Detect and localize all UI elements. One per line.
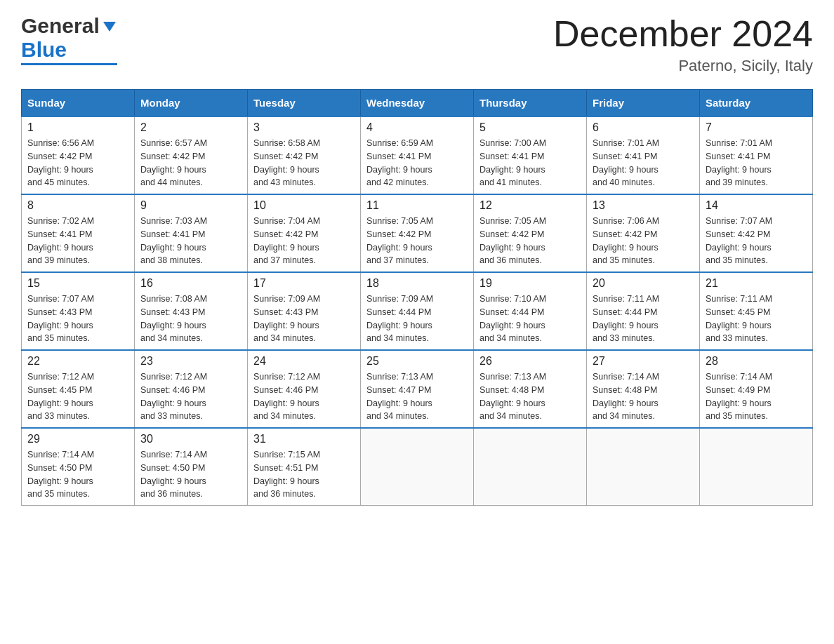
- day-info: Sunrise: 7:14 AMSunset: 4:48 PMDaylight:…: [593, 370, 694, 423]
- calendar-cell: 22Sunrise: 7:12 AMSunset: 4:45 PMDayligh…: [22, 350, 135, 428]
- day-info: Sunrise: 7:11 AMSunset: 4:45 PMDaylight:…: [706, 293, 807, 345]
- day-info: Sunrise: 7:04 AMSunset: 4:42 PMDaylight:…: [253, 215, 355, 267]
- day-info: Sunrise: 7:08 AMSunset: 4:43 PMDaylight:…: [140, 293, 241, 345]
- day-number: 28: [706, 355, 807, 368]
- day-number: 12: [479, 199, 581, 212]
- calendar-cell: 13Sunrise: 7:06 AMSunset: 4:42 PMDayligh…: [587, 194, 700, 272]
- calendar-cell: 15Sunrise: 7:07 AMSunset: 4:43 PMDayligh…: [22, 272, 135, 350]
- calendar-table: Sunday Monday Tuesday Wednesday Thursday…: [21, 89, 813, 506]
- calendar-cell: 4Sunrise: 6:59 AMSunset: 4:41 PMDaylight…: [361, 116, 474, 194]
- day-number: 14: [706, 199, 807, 212]
- calendar-cell: [361, 428, 474, 506]
- calendar-cell: 16Sunrise: 7:08 AMSunset: 4:43 PMDayligh…: [135, 272, 248, 350]
- col-monday: Monday: [135, 90, 248, 117]
- calendar-week-row-1: 1Sunrise: 6:56 AMSunset: 4:42 PMDaylight…: [22, 116, 813, 194]
- calendar-cell: 24Sunrise: 7:12 AMSunset: 4:46 PMDayligh…: [248, 350, 361, 428]
- calendar-week-row-2: 8Sunrise: 7:02 AMSunset: 4:41 PMDaylight…: [22, 194, 813, 272]
- day-number: 24: [253, 355, 355, 368]
- logo-blue-text: Blue: [21, 38, 67, 62]
- day-info: Sunrise: 7:03 AMSunset: 4:41 PMDaylight:…: [140, 215, 241, 267]
- day-info: Sunrise: 6:56 AMSunset: 4:42 PMDaylight:…: [27, 137, 128, 189]
- calendar-cell: [587, 428, 700, 506]
- day-info: Sunrise: 7:02 AMSunset: 4:41 PMDaylight:…: [27, 215, 128, 267]
- calendar-cell: 12Sunrise: 7:05 AMSunset: 4:42 PMDayligh…: [474, 194, 587, 272]
- day-info: Sunrise: 7:14 AMSunset: 4:50 PMDaylight:…: [27, 448, 128, 501]
- calendar-cell: 7Sunrise: 7:01 AMSunset: 4:41 PMDaylight…: [700, 116, 813, 194]
- day-number: 30: [140, 433, 241, 445]
- calendar-cell: 3Sunrise: 6:58 AMSunset: 4:42 PMDaylight…: [248, 116, 361, 194]
- day-number: 21: [706, 277, 807, 290]
- day-number: 11: [366, 199, 468, 212]
- day-number: 19: [479, 277, 581, 290]
- calendar-cell: 23Sunrise: 7:12 AMSunset: 4:46 PMDayligh…: [135, 350, 248, 428]
- calendar-cell: 18Sunrise: 7:09 AMSunset: 4:44 PMDayligh…: [361, 272, 474, 350]
- day-number: 4: [366, 121, 468, 134]
- day-number: 15: [27, 277, 128, 290]
- day-number: 3: [253, 121, 355, 134]
- day-number: 22: [27, 355, 128, 368]
- calendar-cell: 31Sunrise: 7:15 AMSunset: 4:51 PMDayligh…: [248, 428, 361, 506]
- day-number: 8: [27, 199, 128, 212]
- calendar-cell: 5Sunrise: 7:00 AMSunset: 4:41 PMDaylight…: [474, 116, 587, 194]
- day-number: 1: [27, 121, 128, 134]
- svg-marker-0: [103, 22, 116, 32]
- calendar-cell: 6Sunrise: 7:01 AMSunset: 4:41 PMDaylight…: [587, 116, 700, 194]
- month-title: December 2024: [553, 14, 813, 54]
- day-info: Sunrise: 7:06 AMSunset: 4:42 PMDaylight:…: [593, 215, 694, 267]
- col-wednesday: Wednesday: [361, 90, 474, 117]
- calendar-cell: 20Sunrise: 7:11 AMSunset: 4:44 PMDayligh…: [587, 272, 700, 350]
- calendar-cell: 29Sunrise: 7:14 AMSunset: 4:50 PMDayligh…: [22, 428, 135, 506]
- day-info: Sunrise: 7:13 AMSunset: 4:48 PMDaylight:…: [479, 370, 581, 423]
- day-info: Sunrise: 7:14 AMSunset: 4:50 PMDaylight:…: [140, 448, 241, 501]
- calendar-cell: 9Sunrise: 7:03 AMSunset: 4:41 PMDaylight…: [135, 194, 248, 272]
- day-info: Sunrise: 7:15 AMSunset: 4:51 PMDaylight:…: [253, 448, 355, 501]
- day-number: 16: [140, 277, 241, 290]
- day-info: Sunrise: 7:07 AMSunset: 4:43 PMDaylight:…: [27, 293, 128, 345]
- calendar-week-row-5: 29Sunrise: 7:14 AMSunset: 4:50 PMDayligh…: [22, 428, 813, 506]
- day-info: Sunrise: 7:05 AMSunset: 4:42 PMDaylight:…: [366, 215, 468, 267]
- day-number: 26: [479, 355, 581, 368]
- page-header: General Blue December 2024 Paterno, Sici…: [21, 14, 813, 75]
- logo-triangle-icon: [102, 19, 117, 34]
- day-info: Sunrise: 7:09 AMSunset: 4:44 PMDaylight:…: [366, 293, 468, 345]
- day-number: 2: [140, 121, 241, 134]
- day-number: 27: [593, 355, 694, 368]
- logo: General Blue: [21, 14, 117, 65]
- day-info: Sunrise: 7:12 AMSunset: 4:45 PMDaylight:…: [27, 370, 128, 423]
- calendar-cell: 27Sunrise: 7:14 AMSunset: 4:48 PMDayligh…: [587, 350, 700, 428]
- day-info: Sunrise: 7:09 AMSunset: 4:43 PMDaylight:…: [253, 293, 355, 345]
- calendar-header-row: Sunday Monday Tuesday Wednesday Thursday…: [22, 90, 813, 117]
- day-number: 5: [479, 121, 581, 134]
- day-info: Sunrise: 7:01 AMSunset: 4:41 PMDaylight:…: [706, 137, 807, 189]
- calendar-cell: 10Sunrise: 7:04 AMSunset: 4:42 PMDayligh…: [248, 194, 361, 272]
- calendar-cell: 25Sunrise: 7:13 AMSunset: 4:47 PMDayligh…: [361, 350, 474, 428]
- day-info: Sunrise: 6:57 AMSunset: 4:42 PMDaylight:…: [140, 137, 241, 189]
- calendar-cell: 11Sunrise: 7:05 AMSunset: 4:42 PMDayligh…: [361, 194, 474, 272]
- day-info: Sunrise: 6:59 AMSunset: 4:41 PMDaylight:…: [366, 137, 468, 189]
- day-number: 25: [366, 355, 468, 368]
- day-info: Sunrise: 7:14 AMSunset: 4:49 PMDaylight:…: [706, 370, 807, 423]
- col-thursday: Thursday: [474, 90, 587, 117]
- title-section: December 2024 Paterno, Sicily, Italy: [553, 14, 813, 75]
- calendar-cell: [700, 428, 813, 506]
- day-number: 7: [706, 121, 807, 134]
- col-saturday: Saturday: [700, 90, 813, 117]
- day-number: 20: [593, 277, 694, 290]
- day-number: 9: [140, 199, 241, 212]
- col-tuesday: Tuesday: [248, 90, 361, 117]
- calendar-cell: 1Sunrise: 6:56 AMSunset: 4:42 PMDaylight…: [22, 116, 135, 194]
- day-info: Sunrise: 7:01 AMSunset: 4:41 PMDaylight:…: [593, 137, 694, 189]
- calendar-cell: 28Sunrise: 7:14 AMSunset: 4:49 PMDayligh…: [700, 350, 813, 428]
- day-number: 29: [27, 433, 128, 445]
- calendar-cell: 17Sunrise: 7:09 AMSunset: 4:43 PMDayligh…: [248, 272, 361, 350]
- day-number: 18: [366, 277, 468, 290]
- calendar-cell: 8Sunrise: 7:02 AMSunset: 4:41 PMDaylight…: [22, 194, 135, 272]
- logo-general-text: General: [21, 14, 100, 38]
- day-number: 23: [140, 355, 241, 368]
- calendar-cell: 30Sunrise: 7:14 AMSunset: 4:50 PMDayligh…: [135, 428, 248, 506]
- day-info: Sunrise: 7:13 AMSunset: 4:47 PMDaylight:…: [366, 370, 468, 423]
- calendar-cell: 2Sunrise: 6:57 AMSunset: 4:42 PMDaylight…: [135, 116, 248, 194]
- col-friday: Friday: [587, 90, 700, 117]
- calendar-cell: [474, 428, 587, 506]
- day-info: Sunrise: 7:00 AMSunset: 4:41 PMDaylight:…: [479, 137, 581, 189]
